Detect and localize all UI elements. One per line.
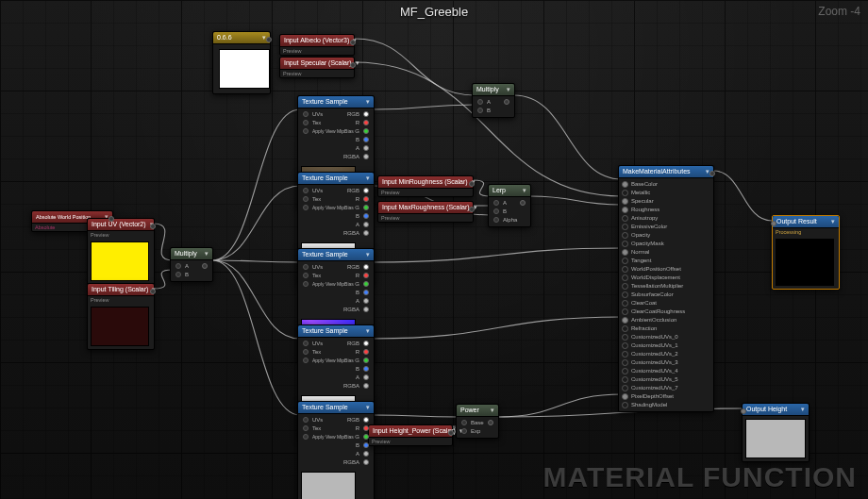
node-input-specular[interactable]: Input Specular (Scalar)▾ Preview — [279, 57, 355, 78]
node-input-uv[interactable]: Input UV (Vector2)▾ Preview — [87, 218, 155, 285]
attr-pin-ambientocclusion[interactable]: AmbientOcclusion — [619, 316, 713, 324]
node-power[interactable]: Power▾ Base Exp — [456, 404, 499, 439]
node-make-material-attributes[interactable]: MakeMaterialAttributes▾ BaseColorMetalli… — [618, 165, 714, 412]
output-pin-b[interactable] — [363, 213, 369, 219]
input-pin-uvs[interactable] — [303, 264, 309, 270]
attr-pin-specular[interactable]: Specular — [619, 197, 713, 206]
attr-pin-normal[interactable]: Normal — [619, 248, 713, 257]
output-pin[interactable] — [504, 99, 509, 105]
node-explode[interactable]: 0.6.6▾ — [212, 31, 271, 94]
attr-pin-customizeduvs_4[interactable]: CustomizedUVs_4 — [619, 367, 713, 375]
attr-pin-metallic[interactable]: Metallic — [619, 189, 713, 197]
attr-pin-refraction[interactable]: Refraction — [619, 324, 713, 333]
input-pin[interactable] — [771, 221, 776, 226]
input-pin-mip[interactable] — [303, 205, 309, 210]
output-pin[interactable] — [108, 216, 114, 222]
attr-pin-customizeduvs_1[interactable]: CustomizedUVs_1 — [619, 341, 713, 350]
output-pin[interactable] — [350, 62, 356, 68]
input-pin-tex[interactable] — [303, 196, 309, 202]
node-input-albedo[interactable]: Input Albedo (Vector3)▾ Preview — [279, 34, 355, 56]
output-pin-rgba[interactable] — [363, 154, 369, 159]
input-pin-exp[interactable] — [461, 428, 467, 434]
input-pin-a[interactable] — [477, 99, 483, 105]
input-pin-uvs[interactable] — [303, 341, 309, 346]
input-pin-a[interactable] — [493, 200, 499, 206]
output-pin-g[interactable] — [363, 358, 369, 363]
output-pin-r[interactable] — [363, 273, 369, 278]
input-pin-tex[interactable] — [303, 349, 309, 355]
output-pin-rgba[interactable] — [363, 459, 369, 465]
output-pin-a[interactable] — [363, 298, 369, 304]
attr-pin-opacitymask[interactable]: OpacityMask — [619, 240, 713, 248]
output-pin[interactable] — [448, 430, 454, 436]
input-pin-mip[interactable] — [303, 281, 309, 287]
output-pin-rgb[interactable] — [363, 111, 369, 117]
input-pin-a[interactable] — [175, 263, 181, 269]
input-pin-b[interactable] — [477, 108, 483, 113]
output-pin-rgb[interactable] — [363, 264, 369, 270]
input-pin-tex[interactable] — [303, 273, 309, 278]
input-pin-tex[interactable] — [303, 425, 309, 431]
output-pin-rgba[interactable] — [363, 230, 369, 236]
output-pin-rgba[interactable] — [363, 307, 369, 312]
output-pin[interactable] — [709, 171, 715, 176]
output-pin-g[interactable] — [363, 434, 369, 440]
attr-pin-customizeduvs_7[interactable]: CustomizedUVs_7 — [619, 384, 713, 392]
node-output-height[interactable]: Output Height▾ — [742, 403, 810, 462]
input-pin-b[interactable] — [175, 272, 181, 277]
attr-pin-customizeduvs_0[interactable]: CustomizedUVs_0 — [619, 333, 713, 341]
attr-pin-anisotropy[interactable]: Anisotropy — [619, 214, 713, 223]
attr-pin-worldpositionoffset[interactable]: WorldPositionOffset — [619, 265, 713, 274]
node-multiply-albedo[interactable]: Multiply▾ A B — [472, 83, 515, 118]
attr-pin-tessellationmultiplier[interactable]: TessellationMultiplier — [619, 282, 713, 291]
output-pin-g[interactable] — [363, 128, 369, 134]
output-pin-r[interactable] — [363, 196, 369, 202]
input-pin-base[interactable] — [461, 420, 467, 425]
output-pin-a[interactable] — [363, 374, 369, 380]
attr-pin-roughness[interactable]: Roughness — [619, 206, 713, 214]
output-pin-r[interactable] — [363, 120, 369, 125]
output-pin[interactable] — [520, 200, 526, 206]
attr-pin-shadingmodel[interactable]: ShadingModel — [619, 401, 713, 409]
output-pin-g[interactable] — [363, 205, 369, 210]
output-pin-b[interactable] — [363, 290, 369, 295]
attr-pin-clearcoatroughness[interactable]: ClearCoatRoughness — [619, 308, 713, 316]
input-pin-mip[interactable] — [303, 434, 309, 440]
attr-pin-opacity[interactable]: Opacity — [619, 231, 713, 240]
output-pin-rgb[interactable] — [363, 188, 369, 193]
output-pin-b[interactable] — [363, 366, 369, 372]
input-pin-uvs[interactable] — [303, 188, 309, 193]
attr-pin-subsurfacecolor[interactable]: SubsurfaceColor — [619, 291, 713, 299]
output-pin-a[interactable] — [363, 222, 369, 227]
node-input-heightpower[interactable]: Input Height_Power (Scalar)▾ Preview — [368, 424, 453, 446]
output-pin[interactable] — [266, 37, 272, 42]
output-pin[interactable] — [350, 40, 356, 45]
node-multiply-uv[interactable]: Multiply▾ A B — [170, 247, 213, 282]
output-pin-b[interactable] — [363, 137, 369, 142]
node-lerp[interactable]: Lerp▾ A B Alpha — [488, 184, 531, 227]
input-pin[interactable] — [741, 408, 746, 414]
output-pin[interactable] — [202, 263, 208, 269]
attr-pin-customizeduvs_5[interactable]: CustomizedUVs_5 — [619, 375, 713, 384]
input-pin-uvs[interactable] — [303, 111, 309, 117]
output-pin[interactable] — [150, 289, 156, 294]
attr-pin-clearcoat[interactable]: ClearCoat — [619, 299, 713, 308]
output-pin-rgba[interactable] — [363, 383, 369, 389]
attr-pin-worlddisplacement[interactable]: WorldDisplacement — [619, 274, 713, 282]
attr-pin-emissivecolor[interactable]: EmissiveColor — [619, 223, 713, 231]
input-pin-mip[interactable] — [303, 128, 309, 134]
output-pin-b[interactable] — [363, 442, 369, 448]
input-pin-tex[interactable] — [303, 120, 309, 125]
output-pin[interactable] — [488, 420, 493, 425]
attr-pin-basecolor[interactable]: BaseColor — [619, 180, 713, 189]
output-pin[interactable] — [469, 181, 475, 187]
node-input-maxroughness[interactable]: Input MaxRoughness (Scalar)▾ Preview — [377, 201, 474, 223]
input-pin-uvs[interactable] — [303, 417, 309, 423]
attr-pin-customizeduvs_2[interactable]: CustomizedUVs_2 — [619, 350, 713, 358]
node-input-minroughness[interactable]: Input MinRoughness (Scalar)▾ Preview — [377, 175, 474, 197]
output-pin-a[interactable] — [363, 145, 369, 151]
output-pin[interactable] — [469, 207, 475, 212]
attr-pin-customizeduvs_3[interactable]: CustomizedUVs_3 — [619, 358, 713, 367]
input-pin-alpha[interactable] — [493, 217, 499, 223]
output-pin-g[interactable] — [363, 281, 369, 287]
